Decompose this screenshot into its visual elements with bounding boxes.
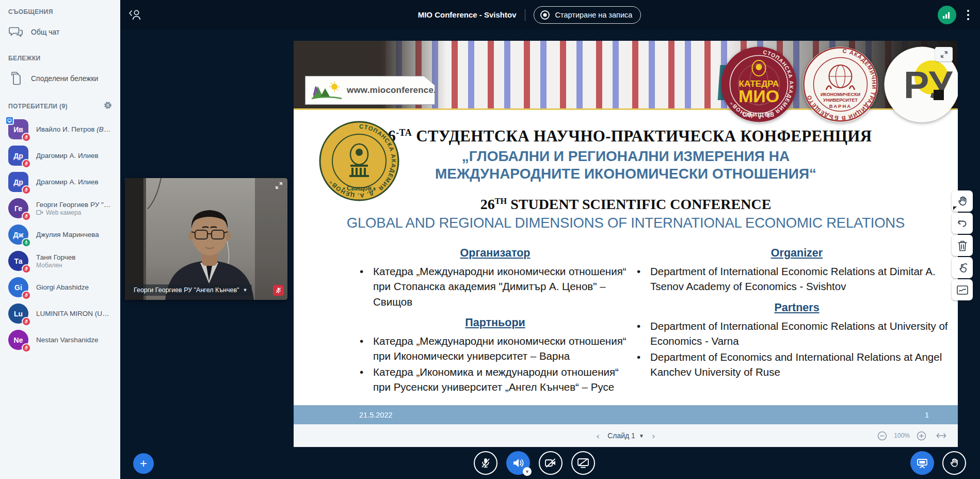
user-list-item[interactable]: Ne Nestan Varshanidze [0, 327, 120, 353]
slide-subtitle-english: GLOBAL AND REGIONAL DIMENSIONS OF INTERN… [294, 215, 958, 231]
shared-notes-item[interactable]: Споделени бележки [0, 66, 120, 91]
media-controls: ▼ [474, 451, 595, 475]
presentation-fullscreen-button[interactable] [935, 47, 953, 61]
user-list-item[interactable]: Дж Джулия Маринчева [0, 221, 120, 248]
mic-icon [24, 240, 29, 245]
next-slide-button[interactable]: › [652, 430, 655, 441]
multiuser-whiteboard-icon [956, 262, 969, 274]
topbar-right [938, 0, 973, 29]
user-list-item[interactable]: Др Драгомир А. Илиев [0, 169, 120, 195]
actions-plus-button[interactable]: + [133, 453, 154, 474]
record-icon [540, 10, 550, 20]
notes-header: БЕЛЕЖКИ [0, 44, 120, 66]
user-list-item[interactable]: Lu LUMINITA MIRON (ULIM) [0, 300, 120, 327]
avatar: Gi [8, 277, 28, 297]
whiteboard-tools [952, 190, 973, 300]
audio-icon [512, 457, 524, 469]
meeting-title: MIO Conference - Svishtov [418, 10, 517, 19]
avatar: Др [8, 172, 28, 192]
public-chat-item[interactable]: Общ чат [0, 20, 120, 44]
svg-text:РУ: РУ [904, 63, 953, 106]
raise-hand-icon [949, 457, 960, 469]
user-name: Джулия Маринчева [36, 231, 99, 238]
muted-badge [22, 185, 31, 195]
mic-muted-icon [24, 266, 29, 272]
screenshare-icon [577, 457, 589, 469]
user-name: Драгомир А. Илиев [36, 178, 99, 186]
bullet-item: •Катедра „Международни икономически отно… [360, 333, 631, 363]
toggle-userlist-button[interactable] [127, 7, 145, 23]
slide-content: СТОПАНСКА АКАДЕМИЯ „Д. А. ЦЕНОВ“ • Свищо… [294, 110, 958, 405]
undo-button[interactable] [952, 213, 973, 234]
partners-list-en: •Department of International Economic Re… [637, 318, 957, 379]
webcam-muted-badge [273, 285, 284, 296]
sidebar: СЪОБЩЕНИЯ Общ чат БЕЛЕЖКИ Споделени беле… [0, 0, 120, 479]
connection-icon [942, 11, 952, 19]
mic-muted-icon [24, 161, 29, 166]
partners-heading-bg: Партньори [360, 316, 631, 329]
slide-date: 21.5.2022 [359, 411, 393, 419]
svg-text:ВАРНА: ВАРНА [829, 103, 852, 109]
user-name: Giorgi Abashidze [36, 283, 89, 291]
chevron-down-icon: ▼ [243, 288, 247, 293]
webcam-icon [36, 210, 43, 215]
connection-status-button[interactable] [938, 6, 956, 24]
user-list-item[interactable]: Та Таня ГорчевМобилен [0, 248, 120, 274]
webcam-expand-icon[interactable] [275, 182, 283, 191]
presentation-toolbar: ‹ Слайд 1 ▼ › 100% [294, 424, 958, 447]
gear-icon[interactable] [104, 101, 112, 111]
audio-options-chevron[interactable]: ▼ [523, 467, 532, 476]
avatar: Та [8, 251, 28, 271]
user-list-item[interactable]: Gi Giorgi Abashidze [0, 274, 120, 300]
multiuser-whiteboard-button[interactable] [952, 257, 973, 278]
slide-select-label: Слайд 1 [607, 432, 635, 440]
svg-text:ИКОНОМИЧЕСКИ: ИКОНОМИЧЕСКИ [821, 92, 860, 97]
users-list: Ив Ивайло И. Петров (Вие)Др Драгомир А. … [0, 116, 120, 353]
start-recording-button[interactable]: Стартиране на записа [534, 6, 641, 24]
user-name: LUMINITA MIRON (ULIM) [36, 310, 112, 317]
shared-notes-label: Споделени бележки [31, 74, 98, 83]
raise-hand-button[interactable] [942, 451, 966, 475]
camera-button[interactable] [539, 451, 563, 475]
zoom-out-button[interactable] [877, 431, 887, 441]
svg-text:УНИВЕРСИТЕТ: УНИВЕРСИТЕТ [823, 98, 858, 103]
hand-tool-button[interactable] [952, 190, 973, 212]
user-subtitle: Web камера [36, 209, 112, 216]
zoom-in-button[interactable] [917, 431, 926, 441]
mic-muted-icon [24, 187, 29, 193]
presenter-icon [7, 118, 12, 123]
palm-rejection-button[interactable] [952, 279, 973, 300]
webcam-name-label[interactable]: Георги Георгиев РУ "Ангел Кънчев" ▼ [129, 284, 252, 296]
mute-microphone-button[interactable] [474, 451, 497, 475]
audio-button[interactable]: ▼ [506, 451, 530, 475]
restore-presentation-button[interactable] [910, 451, 934, 475]
slide-columns: Организатор •Катедра „Международни иконо… [294, 247, 958, 395]
start-recording-label: Стартиране на записа [555, 11, 633, 19]
public-chat-label: Общ чат [31, 28, 60, 36]
avatar: Др [8, 146, 28, 166]
user-list-item[interactable]: Ив Ивайло И. Петров (Вие) [0, 116, 120, 142]
slide-navigation: ‹ Слайд 1 ▼ › [596, 424, 655, 447]
user-list-item[interactable]: Ге Георги Георгиев РУ "Ангел Кънч...Web … [0, 195, 120, 221]
restore-presentation-icon [916, 457, 928, 469]
options-menu-button[interactable] [963, 6, 973, 24]
presentation-area: www.mioconference.eu СТОПАНСКА АКАДЕМИЯ … [294, 41, 958, 447]
webcam-video-frame [125, 178, 287, 300]
users-header-label: ПОТРЕБИТЕЛИ (9) [8, 103, 68, 110]
clear-annotations-button[interactable] [952, 235, 973, 256]
organizer-heading-en: Organizer [637, 247, 957, 260]
screenshare-button[interactable] [571, 451, 595, 475]
svg-text:МИО: МИО [738, 86, 779, 106]
muted-badge [22, 343, 31, 353]
fit-width-button[interactable] [936, 432, 946, 439]
user-list-item[interactable]: Др Драгомир А. Илиев [0, 142, 120, 169]
slide-select-dropdown[interactable]: Слайд 1 ▼ [607, 432, 644, 440]
partners-heading-en: Partners [637, 301, 957, 314]
muted-badge [22, 212, 31, 221]
avatar: Дж [8, 225, 28, 245]
user-name: Георги Георгиев РУ "Ангел Кънч... [36, 201, 112, 209]
organizer-list-bg: •Катедра „Международни икономически отно… [360, 264, 631, 309]
webcam-video[interactable]: Георги Георгиев РУ "Ангел Кънчев" ▼ [125, 178, 287, 300]
previous-slide-button[interactable]: ‹ [596, 430, 600, 441]
muted-badge [22, 133, 31, 142]
